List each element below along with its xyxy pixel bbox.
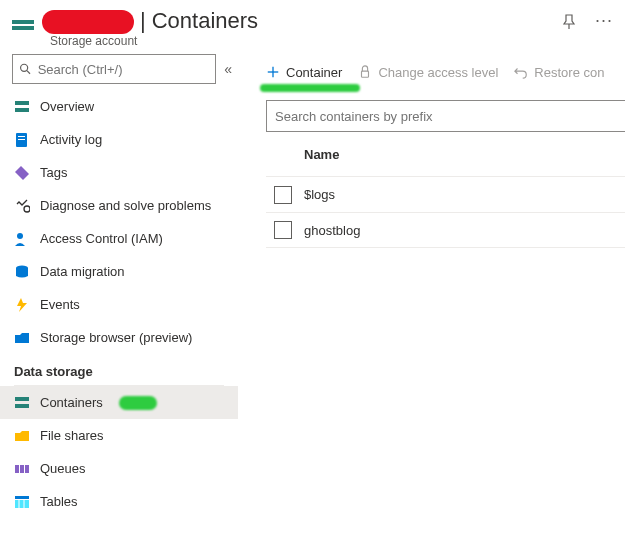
svg-rect-13	[25, 465, 29, 473]
filter-containers[interactable]	[266, 100, 625, 132]
events-icon	[14, 297, 30, 313]
svg-rect-11	[15, 465, 19, 473]
nav-diagnose[interactable]: Diagnose and solve problems	[0, 189, 238, 222]
svg-rect-9	[15, 397, 29, 401]
section-data-storage: Data storage	[0, 354, 238, 385]
svg-line-1	[27, 71, 30, 74]
nav-label: Queues	[40, 461, 86, 476]
nav-tables[interactable]: Tables	[0, 485, 238, 518]
queues-icon	[14, 461, 30, 477]
nav-label: Diagnose and solve problems	[40, 198, 211, 213]
more-menu-icon[interactable]: ···	[595, 14, 613, 33]
nav-label: Tags	[40, 165, 67, 180]
highlight-annotation	[260, 84, 360, 92]
tags-icon	[14, 165, 30, 181]
nav-label: Events	[40, 297, 80, 312]
main-panel: Container Change access level Restore co…	[238, 54, 625, 545]
nav-events[interactable]: Events	[0, 288, 238, 321]
svg-rect-15	[15, 500, 29, 508]
nav-data-migration[interactable]: Data migration	[0, 255, 238, 288]
nav-label: Access Control (IAM)	[40, 231, 163, 246]
sidebar-search[interactable]	[12, 54, 216, 84]
nav-label: Containers	[40, 395, 103, 410]
nav-queues[interactable]: Queues	[0, 452, 238, 485]
nav-label: Tables	[40, 494, 78, 509]
plus-icon	[266, 65, 280, 79]
svg-rect-2	[15, 101, 29, 105]
svg-rect-20	[362, 71, 369, 77]
nav-label: File shares	[40, 428, 104, 443]
row-checkbox[interactable]	[274, 221, 292, 239]
search-icon	[19, 62, 32, 76]
table-row[interactable]: $logs	[266, 176, 625, 212]
nav-containers[interactable]: Containers	[0, 386, 238, 419]
storage-account-icon	[12, 14, 38, 36]
tables-icon	[14, 494, 30, 510]
iam-icon	[14, 231, 30, 247]
container-name[interactable]: $logs	[304, 187, 335, 202]
resource-name-redacted	[42, 10, 134, 34]
pin-icon[interactable]	[561, 14, 577, 33]
highlight-annotation	[119, 396, 157, 410]
file-shares-icon	[14, 428, 30, 444]
storage-browser-icon	[14, 330, 30, 346]
svg-point-0	[21, 64, 28, 71]
toolbar-label: Change access level	[378, 65, 498, 80]
nav-label: Storage browser (preview)	[40, 330, 192, 345]
svg-rect-6	[18, 139, 25, 140]
page-title: Containers	[152, 8, 258, 34]
svg-point-7	[17, 233, 23, 239]
table-row[interactable]: ghostblog	[266, 212, 625, 248]
row-checkbox[interactable]	[274, 186, 292, 204]
svg-rect-3	[15, 108, 29, 112]
nav-iam[interactable]: Access Control (IAM)	[0, 222, 238, 255]
sidebar-search-input[interactable]	[38, 62, 210, 77]
add-container-button[interactable]: Container	[266, 65, 342, 80]
svg-rect-5	[18, 136, 25, 137]
undo-icon	[514, 65, 528, 79]
overview-icon	[14, 99, 30, 115]
diagnose-icon	[14, 198, 30, 214]
table-header: Name	[266, 132, 625, 176]
resource-type-label: Storage account	[50, 34, 137, 48]
nav-file-shares[interactable]: File shares	[0, 419, 238, 452]
filter-input[interactable]	[275, 109, 617, 124]
nav-activity-log[interactable]: Activity log	[0, 123, 238, 156]
collapse-sidebar-icon[interactable]: «	[224, 61, 232, 77]
page-title-separator: |	[140, 8, 146, 34]
container-list: $logs ghostblog	[266, 176, 625, 248]
toolbar: Container Change access level Restore co…	[266, 54, 625, 90]
activity-log-icon	[14, 132, 30, 148]
data-migration-icon	[14, 264, 30, 280]
svg-rect-12	[20, 465, 24, 473]
containers-icon	[14, 395, 30, 411]
lock-icon	[358, 65, 372, 79]
toolbar-label: Container	[286, 65, 342, 80]
change-access-button[interactable]: Change access level	[358, 65, 498, 80]
sidebar: « Overview Activity log Tags Diagnose an…	[0, 54, 238, 545]
page-header: | Containers ··· Storage account	[0, 0, 625, 42]
nav-label: Data migration	[40, 264, 125, 279]
restore-button[interactable]: Restore con	[514, 65, 604, 80]
nav-storage-browser[interactable]: Storage browser (preview)	[0, 321, 238, 354]
nav-tags[interactable]: Tags	[0, 156, 238, 189]
nav-label: Activity log	[40, 132, 102, 147]
svg-rect-14	[15, 496, 29, 499]
svg-rect-10	[15, 404, 29, 408]
column-name[interactable]: Name	[304, 147, 339, 162]
container-name[interactable]: ghostblog	[304, 223, 360, 238]
toolbar-label: Restore con	[534, 65, 604, 80]
nav-label: Overview	[40, 99, 94, 114]
nav-overview[interactable]: Overview	[0, 90, 238, 123]
